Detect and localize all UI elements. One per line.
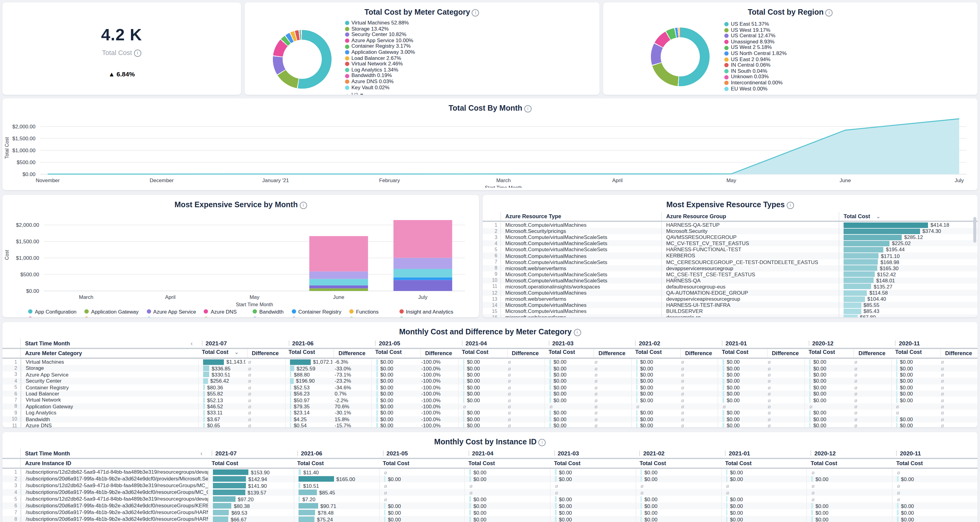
column-header[interactable]: Difference xyxy=(854,349,891,358)
table-row[interactable]: 15 Microsoft.Compute/virtualMachines BUI… xyxy=(483,308,978,314)
legend-item[interactable]: SQL Database xyxy=(204,316,245,317)
legend-item[interactable]: Azure DNS 0.03% xyxy=(345,79,415,85)
column-header[interactable]: Azure Instance ID xyxy=(20,459,207,468)
legend-item[interactable]: Azure DNS xyxy=(204,308,245,315)
table-row[interactable]: 3 /subscriptions/12d2db62-5aa9-471d-84bb… xyxy=(2,482,978,489)
sort-chevron-icon[interactable]: ⌄ xyxy=(876,214,880,219)
column-header[interactable]: Difference xyxy=(940,349,978,358)
bar-segment[interactable] xyxy=(309,279,368,286)
legend-item[interactable]: Bandwidth 0.19% xyxy=(345,73,415,79)
table-row[interactable]: 2 Microsoft.Security/pricings Microsoft.… xyxy=(483,228,978,234)
legend-item[interactable]: US North Central 1.82% xyxy=(724,51,787,57)
column-header[interactable]: Total Cost xyxy=(635,460,721,466)
sort-chevron-icon[interactable]: ⌄ xyxy=(235,350,239,355)
column-header[interactable]: Difference xyxy=(420,349,458,358)
column-header[interactable]: Total Cost xyxy=(207,460,293,466)
total-cost-by-month-chart[interactable]: $0.00$500.00$1,000.00$1,500.00$2,000.00N… xyxy=(2,113,973,188)
table-row[interactable]: 12 Microsoft.Compute/virtualMachines QA-… xyxy=(483,290,978,296)
table-row[interactable]: 6 Microsoft.Compute/virtualMachines KERB… xyxy=(483,253,978,259)
table-row[interactable]: 8 /subscriptions/20d6a917-99fa-4b1b-9b2e… xyxy=(2,516,978,522)
column-header[interactable]: Difference xyxy=(507,349,544,358)
table-row[interactable]: 5 Container Registry$80.36ø$52.53-34.6%$… xyxy=(2,384,978,390)
table-row[interactable]: 7 Virtual Network$52.13ø$50.97-2.2%$0.00… xyxy=(2,397,978,403)
region-donut[interactable] xyxy=(651,27,710,86)
legend-item[interactable]: US Central 12.47% xyxy=(724,33,787,39)
table-row[interactable]: 7 /subscriptions/20d6a917-99fa-4b1b-9b2e… xyxy=(2,509,978,516)
legend-item[interactable]: Unknown 0.03% xyxy=(724,74,787,80)
column-header[interactable]: Total Cost xyxy=(806,460,892,466)
column-header[interactable]: Total Cost xyxy=(293,460,379,466)
legend-item[interactable]: US East 51.37% xyxy=(724,21,787,27)
legend-item[interactable]: Container Registry xyxy=(291,308,341,315)
column-header[interactable]: Total Cost xyxy=(804,349,853,358)
column-header[interactable]: Total Cost xyxy=(464,460,550,466)
page-up-icon[interactable]: ▲ xyxy=(345,92,350,95)
vertical-scrollbar[interactable] xyxy=(973,217,976,243)
legend-item[interactable]: Key Vault xyxy=(399,316,453,317)
legend-item[interactable]: Intercontinental 0.00% xyxy=(724,80,787,86)
legend-item[interactable]: Virtual Network 2.46% xyxy=(345,61,415,67)
column-header[interactable]: Azure Resource Type xyxy=(500,212,661,221)
legend-item[interactable]: Virtual Machines 52.88% xyxy=(345,20,415,26)
table-row[interactable]: 8 microsoft.web/serverfarms devappservic… xyxy=(483,265,978,271)
table-row[interactable]: 4 /subscriptions/20d6a917-99fa-4b1b-9b2e… xyxy=(2,489,978,496)
column-header[interactable]: Difference xyxy=(334,349,371,358)
legend-item[interactable]: Functions xyxy=(349,308,391,315)
bar-segment[interactable] xyxy=(393,258,452,269)
table-row[interactable]: 14 Microsoft.Compute/virtualMachines HAR… xyxy=(483,302,978,308)
table-row[interactable]: 3 Azure App Service$330.51ø$88.80-73.1%$… xyxy=(2,371,978,378)
table-row[interactable]: 9 Microsoft.Compute/virtualMachineScaleS… xyxy=(483,271,978,278)
legend-item[interactable]: IN Central 0.06% xyxy=(724,62,787,68)
column-header[interactable]: Total Cost xyxy=(550,460,635,466)
bar-segment[interactable] xyxy=(393,280,452,291)
legend-item[interactable]: Log Analytics xyxy=(84,316,138,317)
column-header[interactable]: Total Cost xyxy=(284,349,333,358)
table-row[interactable]: 5 /subscriptions/12d2db62-5aa9-471d-84bb… xyxy=(2,496,978,503)
legend-item[interactable]: Load Balancer xyxy=(28,316,76,317)
table-row[interactable]: 3 Microsoft.Compute/virtualMachineScaleS… xyxy=(483,234,978,240)
table-row[interactable]: 4 Security Center$256.42ø$196.90-23.2%$0… xyxy=(2,378,978,384)
column-header[interactable]: Total Cost xyxy=(544,349,593,358)
table-row[interactable]: 4 Microsoft.Compute/virtualMachineScaleS… xyxy=(483,241,978,247)
legend-item[interactable]: Security Center xyxy=(146,316,196,317)
meter-category-donut[interactable] xyxy=(272,30,331,88)
table-row[interactable]: 2 Storage$336.85ø$225.59-33.0%$0.00-100.… xyxy=(2,365,978,371)
column-header[interactable]: Difference xyxy=(767,349,804,358)
column-header[interactable]: Total Cost xyxy=(371,349,420,358)
table-row[interactable]: 5 Microsoft.Compute/virtualMachineScaleS… xyxy=(483,247,978,253)
column-header[interactable]: Total Cost xyxy=(892,460,978,466)
legend-item[interactable]: Bandwidth xyxy=(253,308,283,315)
table-row[interactable]: 10 Bandwidth$3.67ø$4.2515.8%$0.00-100.0%… xyxy=(2,416,978,422)
legend-item[interactable]: EU West 0.00% xyxy=(724,86,787,92)
bar-segment[interactable] xyxy=(309,286,368,289)
legend-item[interactable]: Virtual Machines xyxy=(291,316,341,317)
column-header[interactable]: Difference xyxy=(247,349,284,358)
column-header[interactable]: Azure Meter Category xyxy=(20,349,197,358)
column-header[interactable]: Azure Resource Group xyxy=(661,212,839,221)
table-row[interactable]: 6 Load Balancer$55.82ø$56.230.7%$0.00-10… xyxy=(2,390,978,397)
bar-segment[interactable] xyxy=(393,278,452,280)
column-header[interactable]: Total Cost xyxy=(631,349,680,358)
prev-months-chevron-icon[interactable]: ‹ xyxy=(200,450,207,457)
most-expensive-service-chart[interactable]: $0.00$500.00$1,000.00$1,500.00$2,000.00M… xyxy=(2,209,474,307)
legend-item[interactable]: Virtual Network xyxy=(349,316,391,317)
table-row[interactable]: 11 microsoft.operationalinsights/workspa… xyxy=(483,284,978,290)
column-header[interactable]: Difference xyxy=(680,349,718,358)
bar-segment[interactable] xyxy=(309,288,368,291)
table-row[interactable]: 2 /subscriptions/20d6a917-99fa-4b1b-9b2e… xyxy=(2,476,978,482)
column-header[interactable]: Total Cost xyxy=(379,460,464,466)
column-header[interactable]: Difference xyxy=(594,349,631,358)
column-header[interactable]: Total Cost xyxy=(718,349,767,358)
table-row[interactable]: 8 Application Gateway$46.52ø$79.3570.6%$… xyxy=(2,403,978,409)
table-row[interactable]: 1 Microsoft.Compute/virtualMachines HARN… xyxy=(483,222,978,228)
legend-item[interactable]: Azure App Service xyxy=(146,308,196,315)
legend-item[interactable]: Storage xyxy=(253,316,283,317)
table-row[interactable]: 1 /subscriptions/12d2db62-5aa9-471d-84bb… xyxy=(2,469,978,476)
bar-segment[interactable] xyxy=(309,271,368,279)
table-row[interactable]: 10 Microsoft.Compute/virtualMachineScale… xyxy=(483,278,978,284)
column-header[interactable]: Total Cost xyxy=(458,349,507,358)
legend-item[interactable]: App Configuration xyxy=(28,308,76,315)
column-header[interactable]: Total Cost xyxy=(891,349,940,358)
table-row[interactable]: 9 Log Analytics$33.11ø$23.14-30.1%$0.00-… xyxy=(2,409,978,416)
table-row[interactable]: 16 microsoft.web/serverfarms docexample-… xyxy=(483,314,978,317)
